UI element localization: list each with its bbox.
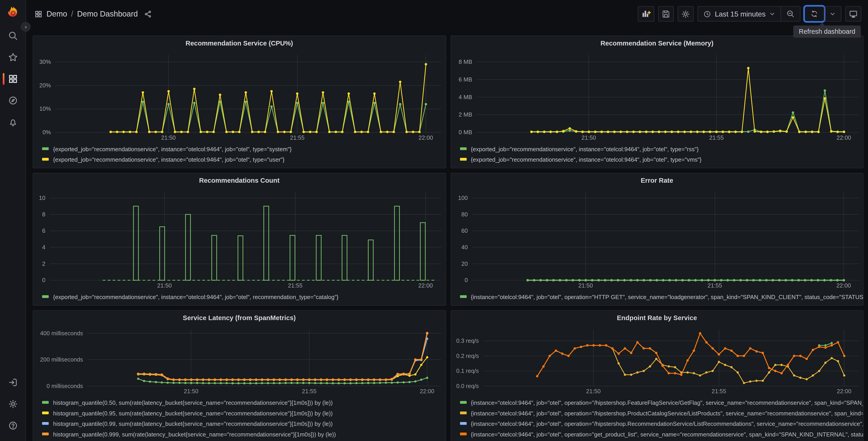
- svg-text:22:00: 22:00: [837, 388, 851, 394]
- chart-svg[interactable]: 02040608010021:5021:5522:00: [451, 188, 863, 290]
- legend-item[interactable]: {instance="otelcol:9464", job="otel", op…: [460, 408, 863, 418]
- panel-legend: {exported_job="recommendationservice", i…: [451, 142, 863, 168]
- help-icon: [7, 421, 18, 431]
- legend-item[interactable]: {exported_job="recommendationservice", i…: [460, 154, 863, 164]
- svg-text:6 MB: 6 MB: [459, 76, 472, 83]
- legend-label: {instance="otelcol:9464", job="otel", op…: [471, 420, 863, 427]
- legend-label: {instance="otelcol:9464", job="otel", op…: [471, 431, 863, 437]
- breadcrumb-page[interactable]: Demo Dashboard: [77, 9, 138, 18]
- cycle-view-mode-button[interactable]: [845, 6, 862, 22]
- chart-svg[interactable]: 0 MB2 MB4 MB6 MB8 MB21:5021:5522:00: [451, 51, 863, 142]
- legend-swatch: [460, 147, 466, 150]
- sidebar-item-alerting[interactable]: [0, 111, 26, 133]
- panel-title[interactable]: Recommendations Count: [33, 173, 445, 188]
- legend-label: {exported_job="recommendationservice", i…: [53, 156, 285, 163]
- panel-recommendation-service-memory: Recommendation Service (Memory) 0 MB2 MB…: [450, 35, 864, 169]
- star-icon: [7, 52, 18, 62]
- svg-text:21:50: 21:50: [581, 135, 595, 141]
- chart-svg[interactable]: 0%10%20%30%21:5021:5522:00: [33, 51, 445, 142]
- time-range-picker[interactable]: Last 15 minutes: [698, 6, 780, 21]
- svg-text:21:50: 21:50: [578, 282, 593, 289]
- breadcrumb-section[interactable]: Demo: [46, 9, 67, 18]
- panel-endpoint-rate-by-service: Endpoint Rate by Service 0.0 req/s0.1 re…: [450, 310, 864, 441]
- tooltip-text: Refresh dashboard: [799, 28, 855, 35]
- tooltip-arrow: [819, 23, 825, 26]
- legend-item[interactable]: {instance="otelcol:9464", job="otel", op…: [460, 397, 863, 408]
- svg-text:0 milliseconds: 0 milliseconds: [46, 383, 83, 389]
- legend-item[interactable]: {instance="otelcol:9464", job="otel", op…: [460, 429, 863, 439]
- sidebar-item-dashboards[interactable]: [0, 68, 26, 90]
- svg-text:4: 4: [42, 244, 45, 251]
- refresh-dashboard-button[interactable]: [805, 6, 824, 21]
- refresh-interval-dropdown[interactable]: [824, 6, 841, 21]
- svg-text:0.0 req/s: 0.0 req/s: [456, 383, 478, 389]
- svg-text:0: 0: [464, 277, 467, 283]
- svg-text:21:50: 21:50: [157, 282, 172, 289]
- sidebar-item-sign-in[interactable]: [0, 372, 26, 393]
- panel-title[interactable]: Recommendation Service (CPU%): [33, 36, 445, 51]
- legend-item[interactable]: {exported_job="recommendationservice", i…: [42, 154, 445, 164]
- svg-text:4 MB: 4 MB: [459, 94, 472, 100]
- legend-item[interactable]: {exported_job="recommendationservice", i…: [42, 144, 445, 154]
- legend-item[interactable]: {instance="otelcol:9464", job="otel", op…: [460, 418, 863, 429]
- legend-label: histogram_quantile(0.99, sum(rate(latenc…: [53, 420, 333, 427]
- share-icon[interactable]: [144, 10, 152, 18]
- panel-title[interactable]: Error Rate: [451, 173, 863, 188]
- grafana-logo[interactable]: [5, 5, 20, 20]
- compass-icon: [7, 95, 18, 106]
- legend-label: {exported_job="recommendationservice", i…: [471, 156, 702, 163]
- toolbar: Last 15 minutes: [638, 6, 862, 22]
- legend-label: {exported_job="recommendationservice", i…: [53, 293, 339, 300]
- monitor-icon: [848, 9, 858, 19]
- sidebar-item-help[interactable]: [0, 415, 26, 437]
- svg-text:22:00: 22:00: [836, 135, 851, 141]
- svg-text:100: 100: [458, 195, 467, 201]
- panel-title[interactable]: Service Latency (from SpanMetrics): [33, 311, 445, 325]
- svg-text:80: 80: [461, 211, 467, 217]
- svg-text:22:00: 22:00: [420, 388, 434, 394]
- legend-swatch: [42, 295, 49, 298]
- chart-svg[interactable]: 0 milliseconds200 milliseconds400 millis…: [33, 325, 445, 396]
- save-dashboard-button[interactable]: [658, 6, 674, 22]
- legend-item[interactable]: {exported_job="recommendationservice", i…: [460, 144, 863, 154]
- svg-text:0%: 0%: [42, 129, 51, 136]
- time-picker-group: Last 15 minutes: [698, 6, 801, 22]
- time-range-label: Last 15 minutes: [715, 10, 766, 18]
- sidebar-expand-button[interactable]: ›: [21, 22, 31, 32]
- svg-text:0 MB: 0 MB: [459, 129, 472, 136]
- sidebar-item-starred[interactable]: [0, 47, 26, 68]
- add-panel-icon: [641, 9, 651, 19]
- panel-title[interactable]: Endpoint Rate by Service: [451, 311, 863, 325]
- svg-text:0.3 req/s: 0.3 req/s: [456, 337, 478, 344]
- legend-swatch: [460, 158, 466, 160]
- svg-text:8 MB: 8 MB: [459, 59, 472, 65]
- zoom-out-icon: [786, 9, 795, 18]
- svg-text:0.1 req/s: 0.1 req/s: [456, 368, 478, 374]
- panel-title[interactable]: Recommendation Service (Memory): [451, 36, 863, 51]
- legend-item[interactable]: histogram_quantile(0.99, sum(rate(latenc…: [42, 418, 445, 429]
- svg-text:200 milliseconds: 200 milliseconds: [40, 356, 83, 363]
- chevron-down-icon: [829, 10, 836, 17]
- legend-label: histogram_quantile(0.50, sum(rate(latenc…: [53, 399, 333, 406]
- legend-item[interactable]: {instance="otelcol:9464", job="otel", op…: [460, 291, 863, 302]
- legend-item[interactable]: histogram_quantile(0.50, sum(rate(latenc…: [42, 397, 445, 408]
- sidebar-item-explore[interactable]: [0, 90, 26, 111]
- legend-item[interactable]: histogram_quantile(0.999, sum(rate(laten…: [42, 429, 445, 439]
- zoom-out-time-button[interactable]: [780, 6, 800, 21]
- legend-item[interactable]: {exported_job="recommendationservice", i…: [42, 291, 445, 302]
- svg-text:21:55: 21:55: [711, 388, 726, 394]
- breadcrumb: Demo / Demo Dashboard: [34, 9, 152, 18]
- clock-icon: [703, 10, 712, 18]
- dashboard-settings-button[interactable]: [678, 6, 694, 22]
- sidebar-item-configuration[interactable]: [0, 393, 26, 415]
- panel-recommendation-service-cpu: Recommendation Service (CPU%) 0%10%20%30…: [33, 35, 446, 169]
- dashboard-grid: Recommendation Service (CPU%) 0%10%20%30…: [26, 28, 868, 441]
- add-panel-button[interactable]: [638, 6, 654, 22]
- chart-svg[interactable]: 024681021:5021:5522:00: [33, 188, 445, 290]
- legend-item[interactable]: histogram_quantile(0.95, sum(rate(latenc…: [42, 408, 445, 418]
- legend-label: {instance="otelcol:9464", job="otel", op…: [471, 399, 863, 406]
- chart-svg[interactable]: 0.0 req/s0.1 req/s0.2 req/s0.3 req/s21:5…: [451, 325, 863, 396]
- gear-icon: [7, 399, 18, 409]
- legend-swatch: [42, 412, 49, 414]
- svg-text:21:55: 21:55: [707, 282, 722, 289]
